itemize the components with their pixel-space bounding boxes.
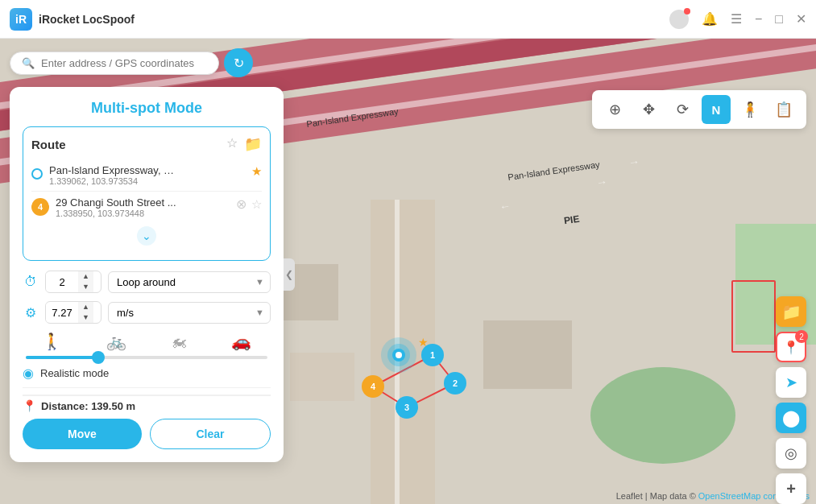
realistic-label: Realistic mode — [40, 367, 109, 379]
move-button[interactable]: Move — [23, 419, 142, 449]
route-star-icon[interactable]: ☆ — [226, 135, 238, 153]
building-2 — [483, 320, 572, 389]
profile-icon[interactable] — [669, 10, 689, 29]
loop-count-input[interactable]: 2 ▲ ▼ — [45, 271, 101, 293]
search-input-wrap: 🔍 — [10, 52, 219, 75]
route-import-button[interactable]: 📁 — [776, 296, 806, 327]
route-item-2-star-icon[interactable]: ☆ — [251, 197, 262, 212]
transport-icons: 🚶 🚲 🏍 🚗 — [26, 332, 267, 351]
speed-down[interactable]: ▼ — [78, 312, 93, 323]
loop-icon: ⏱ — [23, 275, 39, 289]
route-item-2-icons: ⊗ ☆ — [236, 196, 262, 212]
speed-unit-select[interactable]: m/s km/h mph — [108, 302, 271, 324]
bike-icon[interactable]: 🚲 — [106, 332, 126, 351]
search-bar: 🔍 ↻ — [10, 48, 253, 77]
pie-label: PIE — [563, 213, 580, 227]
distance-pin-icon: 📍 — [23, 399, 36, 412]
app-logo: iR — [10, 8, 32, 31]
route-dot-2: 4 — [31, 198, 49, 216]
route-count-button[interactable]: 📍 2 — [776, 332, 806, 362]
loop-mode-select[interactable]: Loop around Back and forth One way — [108, 271, 271, 293]
road-arrow-5: → — [595, 175, 608, 189]
route-item-2-delete-icon[interactable]: ⊗ — [236, 196, 246, 212]
speed-slider-thumb[interactable] — [92, 351, 105, 364]
route-add-icon[interactable]: 📁 — [244, 135, 262, 153]
route-info-1: Pan-Island Expressway, Tampi... 1.339062… — [49, 164, 245, 186]
crosshair-button[interactable]: ⊕ — [600, 95, 629, 124]
route-coords-2: 1.338950, 103.973448 — [56, 209, 230, 218]
toggle-icon: ⬤ — [782, 408, 800, 428]
route-coords-1: 1.339062, 103.973534 — [49, 176, 245, 186]
route-count-badge: 2 — [795, 330, 808, 343]
realistic-icon: ◉ — [23, 366, 34, 381]
app-title: iRocket LocSpoof — [39, 13, 135, 26]
move-button[interactable]: ✥ — [634, 95, 663, 124]
toolbar-right: ⊕ ✥ ⟳ N 🧍 📋 — [592, 90, 806, 129]
speed-spin: ▲ ▼ — [78, 302, 93, 323]
route-item-2: 4 29 Changi South Street ... 1.338950, 1… — [31, 191, 262, 223]
route-item-1: Pan-Island Expressway, Tampi... 1.339062… — [31, 159, 262, 191]
main-container: Pan-Island Expressway Pan-Island Express… — [0, 39, 816, 504]
motorcycle-icon[interactable]: 🏍 — [171, 333, 187, 351]
distance-section: 📍 Distance: 139.50 m — [23, 387, 271, 412]
route-info-2: 29 Changi South Street ... 1.338950, 103… — [56, 196, 230, 218]
route-name-1: Pan-Island Expressway, Tampi... — [49, 164, 178, 176]
clear-button[interactable]: Clear — [150, 419, 271, 449]
expand-icon[interactable]: ⌄ — [137, 226, 156, 246]
search-refresh-button[interactable]: ↻ — [224, 48, 253, 77]
speed-control-row: ⚙ 7.27 ▲ ▼ m/s km/h mph ▼ — [23, 301, 271, 324]
realistic-mode-row: ◉ Realistic mode — [23, 366, 271, 381]
route-button[interactable]: ⟳ — [668, 95, 697, 124]
distance-bar — [23, 395, 271, 396]
speed-icon: ⚙ — [23, 305, 39, 320]
bell-icon[interactable]: 🔔 — [702, 11, 718, 27]
toggle-button[interactable]: ⬤ — [776, 403, 806, 433]
route-header: Route ☆ 📁 — [31, 135, 262, 153]
profile-dot — [684, 8, 690, 14]
route-item-1-icons: ★ — [251, 164, 262, 179]
zoom-in-button[interactable]: + — [776, 473, 806, 504]
road-vertical-white — [395, 200, 400, 504]
route-name-2: 29 Changi South Street ... — [56, 196, 184, 209]
action-buttons: Move Clear — [23, 419, 271, 449]
maximize-icon[interactable]: □ — [775, 12, 783, 27]
green-area — [590, 367, 735, 464]
road-arrow-6: ← — [499, 199, 512, 213]
compass-button[interactable]: ◎ — [776, 438, 806, 469]
speed-up[interactable]: ▲ — [78, 302, 93, 312]
speed-value-input[interactable]: 7.27 ▲ ▼ — [45, 301, 101, 324]
titlebar-right: 🔔 ☰ − □ ✕ — [669, 10, 806, 29]
panel-collapse-button[interactable]: ❮ — [284, 258, 295, 291]
close-icon[interactable]: ✕ — [796, 11, 806, 27]
expand-button-wrap: ⌄ — [31, 226, 262, 246]
speed-slider-row — [23, 356, 271, 359]
loop-count-spin: ▲ ▼ — [78, 271, 93, 292]
walk-icon[interactable]: 🚶 — [42, 332, 62, 351]
route-label: Route — [31, 138, 66, 151]
navigate-button[interactable]: ➤ — [776, 367, 806, 398]
route-item-1-star-icon[interactable]: ★ — [251, 164, 262, 179]
minimize-icon[interactable]: − — [755, 12, 762, 27]
menu-icon[interactable]: ☰ — [731, 11, 742, 27]
speed-slider-fill — [26, 356, 98, 359]
building-3 — [290, 353, 354, 401]
speed-slider-track[interactable] — [26, 356, 267, 359]
loop-count-down[interactable]: ▼ — [78, 282, 93, 292]
speed-value-field[interactable]: 7.27 — [46, 304, 78, 322]
loop-control-row: ⏱ 2 ▲ ▼ Loop around Back and forth One w… — [23, 271, 271, 293]
attribution-leaflet: Leaflet | Map data © — [616, 491, 698, 501]
side-panel: Multi-spot Mode Route ☆ 📁 Pan-Island Exp… — [10, 87, 284, 462]
controls: ⏱ 2 ▲ ▼ Loop around Back and forth One w… — [23, 271, 271, 324]
route-dot-1 — [31, 168, 43, 180]
loop-count-field[interactable]: 2 — [46, 273, 78, 291]
loop-count-up[interactable]: ▲ — [78, 271, 93, 282]
multispot-button[interactable]: N — [702, 95, 731, 124]
car-icon[interactable]: 🚗 — [231, 332, 251, 351]
titlebar: iR iRocket LocSpoof 🔔 ☰ − □ ✕ — [0, 0, 816, 39]
road-vertical — [371, 200, 435, 504]
route-box: Route ☆ 📁 Pan-Island Expressway, Tampi..… — [23, 126, 271, 261]
speed-unit-select-wrap: m/s km/h mph ▼ — [108, 302, 271, 324]
search-input[interactable] — [41, 57, 207, 69]
import-button[interactable]: 📋 — [769, 95, 798, 124]
person-button[interactable]: 🧍 — [735, 95, 764, 124]
